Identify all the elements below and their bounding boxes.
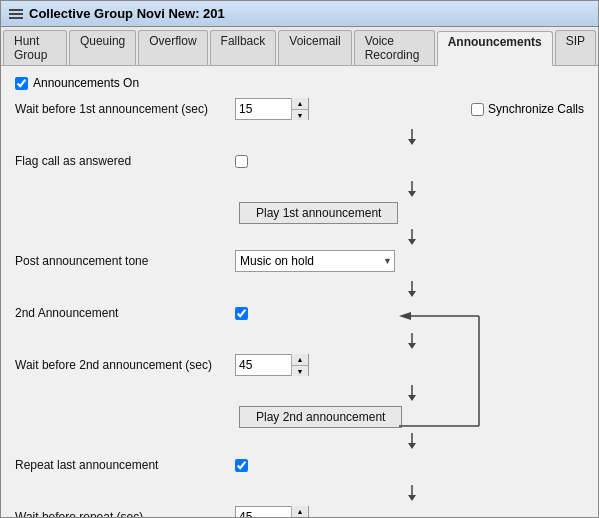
arrow-after-tone	[239, 280, 584, 298]
repeat-last-row: Repeat last announcement	[15, 454, 584, 476]
synchronize-calls-label: Synchronize Calls	[488, 102, 584, 116]
window-title: Collective Group Novi New: 201	[29, 6, 225, 21]
flag-call-row: Flag call as answered	[15, 150, 584, 172]
wait-1st-spin-up[interactable]: ▲	[292, 98, 308, 109]
play-2nd-row: Play 2nd announcement	[239, 406, 584, 428]
wait-2nd-spin-up[interactable]: ▲	[292, 354, 308, 365]
wait-1st-spinner: ▲ ▼	[235, 98, 309, 120]
svg-marker-7	[408, 291, 416, 297]
wait-2nd-spinner-buttons: ▲ ▼	[291, 354, 308, 376]
wait-2nd-label: Wait before 2nd announcement (sec)	[15, 358, 235, 372]
menu-icon[interactable]	[9, 9, 23, 19]
repeat-last-label: Repeat last announcement	[15, 458, 235, 472]
2nd-announcement-checkbox[interactable]	[235, 307, 248, 320]
tab-voicemail[interactable]: Voicemail	[278, 30, 351, 65]
tab-fallback[interactable]: Fallback	[210, 30, 277, 65]
svg-marker-19	[408, 495, 416, 501]
tab-queuing[interactable]: Queuing	[69, 30, 136, 65]
arrow-after-repeat	[239, 484, 584, 502]
title-bar-left: Collective Group Novi New: 201	[9, 6, 225, 21]
wait-repeat-label: Wait before repeat (sec)	[15, 510, 235, 517]
wait-2nd-spin-down[interactable]: ▼	[292, 365, 308, 376]
wait-1st-input[interactable]	[236, 99, 291, 119]
content-area: Announcements On Wait before 1st announc…	[1, 66, 598, 517]
post-announcement-select-container: Music on hold Ring Tone Silence ▼	[235, 250, 395, 272]
wait-1st-spinner-buttons: ▲ ▼	[291, 98, 308, 120]
wait-1st-row: Wait before 1st announcement (sec) ▲ ▼ S…	[15, 98, 584, 120]
tab-voice-recording[interactable]: Voice Recording	[354, 30, 435, 65]
wait-2nd-spinner: ▲ ▼	[235, 354, 309, 376]
wait-repeat-input[interactable]	[236, 507, 291, 517]
wait-2nd-input[interactable]	[236, 355, 291, 375]
svg-marker-3	[408, 191, 416, 197]
announcements-on-checkbox[interactable]	[15, 77, 28, 90]
post-announcement-row: Post announcement tone Music on hold Rin…	[15, 250, 584, 272]
wait-1st-label: Wait before 1st announcement (sec)	[15, 102, 235, 116]
play-2nd-label: Play 2nd announcement	[239, 406, 402, 428]
tab-overflow[interactable]: Overflow	[138, 30, 207, 65]
post-announcement-select[interactable]: Music on hold Ring Tone Silence	[235, 250, 395, 272]
sync-calls-area: Synchronize Calls	[309, 102, 584, 116]
wait-repeat-spinner: ▲ ▼	[235, 506, 309, 517]
title-bar: Collective Group Novi New: 201	[1, 1, 598, 27]
arrow-after-wait-1st	[239, 128, 584, 146]
2nd-announcement-label: 2nd Announcement	[15, 306, 235, 320]
play-1st-label: Play 1st announcement	[239, 202, 398, 224]
post-announcement-label: Post announcement tone	[15, 254, 235, 268]
arrow-after-play-1st	[239, 228, 584, 246]
tab-sip[interactable]: SIP	[555, 30, 596, 65]
wait-repeat-row: Wait before repeat (sec) ▲ ▼	[15, 506, 584, 517]
repeat-last-checkbox[interactable]	[235, 459, 248, 472]
arrow-after-flag	[239, 180, 584, 198]
wait-1st-spin-down[interactable]: ▼	[292, 109, 308, 120]
svg-marker-5	[408, 239, 416, 245]
wait-repeat-spin-up[interactable]: ▲	[292, 506, 308, 517]
wait-repeat-spinner-buttons: ▲ ▼	[291, 506, 308, 517]
synchronize-calls-checkbox[interactable]	[471, 103, 484, 116]
svg-marker-1	[408, 139, 416, 145]
tabs-bar: Hunt Group Queuing Overflow Fallback Voi…	[1, 27, 598, 66]
announcements-on-label: Announcements On	[33, 76, 139, 90]
flag-call-checkbox[interactable]	[235, 155, 248, 168]
flag-call-label: Flag call as answered	[15, 154, 235, 168]
loop-connector-svg	[399, 306, 499, 436]
play-1st-box: Play 1st announcement	[239, 202, 584, 224]
main-window: Collective Group Novi New: 201 Hunt Grou…	[0, 0, 599, 518]
svg-marker-15	[399, 312, 411, 320]
svg-marker-17	[408, 443, 416, 449]
announcements-on-row: Announcements On	[15, 76, 584, 90]
tab-hunt-group[interactable]: Hunt Group	[3, 30, 67, 65]
tab-announcements[interactable]: Announcements	[437, 31, 553, 66]
